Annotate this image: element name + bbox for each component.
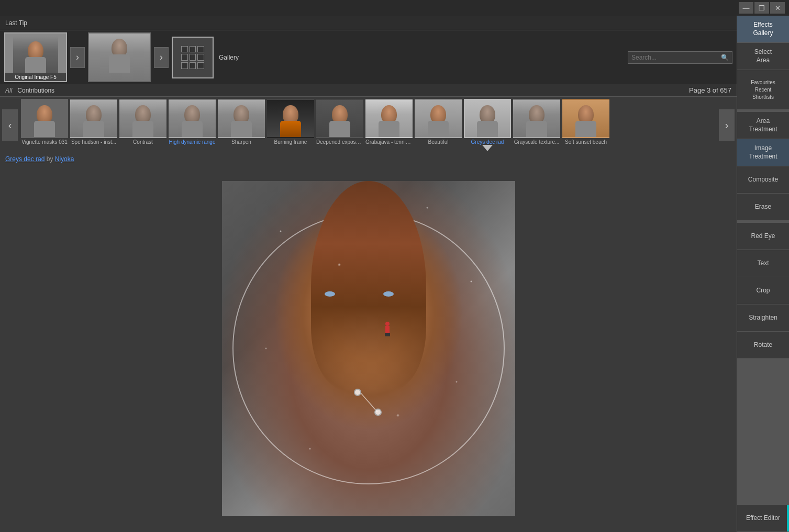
main-layout: Last Tip Original Image F5 › ›	[0, 16, 789, 532]
list-item[interactable]: Spe hudson - inst...	[70, 99, 117, 145]
select-area-label: SelectArea	[754, 48, 772, 64]
crop-label: Crop	[756, 287, 770, 295]
thumb-image	[119, 99, 166, 138]
thumb-label: Burning frame	[274, 139, 307, 145]
composite-label: Composite	[748, 176, 778, 184]
gallery-label: Gallery	[219, 54, 239, 61]
rotate-label: Rotate	[754, 341, 772, 349]
list-item[interactable]: Burning frame	[267, 99, 314, 145]
thumb-image	[464, 99, 511, 138]
effect-link[interactable]: Greys dec rad	[5, 155, 45, 163]
thumb-image	[365, 99, 413, 138]
active-indicator	[482, 145, 493, 151]
list-item[interactable]: Greys dec rad	[464, 99, 511, 151]
right-sidebar: EffectsGallery SelectArea FavouritesRece…	[737, 16, 789, 532]
close-button[interactable]: ✕	[770, 2, 785, 14]
topbar: Last Tip	[0, 16, 737, 30]
by-label: by	[47, 155, 53, 163]
area-treatment-label: AreaTreatment	[749, 117, 777, 133]
thumb-label: Beautiful	[428, 139, 449, 145]
image-area	[0, 165, 737, 532]
thumb-label: Spe hudson - inst...	[71, 139, 116, 145]
gallery-label-area: Gallery	[219, 54, 239, 61]
content-area: Last Tip Original Image F5 › ›	[0, 16, 737, 532]
red-eye-label: Red Eye	[751, 232, 775, 241]
credit-line: Greys dec rad by Niyoka	[0, 153, 737, 165]
thumb-nav-left[interactable]: ‹	[2, 109, 18, 141]
list-item[interactable]: Grayscale texture...	[513, 99, 560, 145]
sidebar-favourites[interactable]: FavouritesRecentShortlists	[737, 70, 789, 110]
titlebar: — ❐ ✕	[0, 0, 789, 16]
thumb-label: Vignette masks 031	[21, 139, 68, 145]
gallery-grid-thumb[interactable]	[172, 37, 214, 78]
thumb-image	[562, 99, 609, 138]
figure-head	[385, 322, 390, 326]
thumb-label: Soft sunset beach	[565, 139, 607, 145]
thumb-label: Sharpen	[231, 139, 251, 145]
gallery-arrow-right-1[interactable]: ›	[70, 47, 85, 68]
sidebar-text[interactable]: Text	[737, 250, 789, 277]
effect-editor-label: Effect Editor	[746, 514, 780, 523]
list-item[interactable]: High dynamic range	[169, 99, 216, 145]
gallery-area: Original Image F5 › › Gallery	[0, 30, 737, 84]
sidebar-erase[interactable]: Erase	[737, 194, 789, 221]
list-item[interactable]: Soft sunset beach	[562, 99, 609, 145]
thumb-label: Grabajava - tennis...	[365, 139, 413, 145]
sidebar-area-treatment[interactable]: AreaTreatment	[737, 112, 789, 139]
gallery-thumb-2[interactable]	[88, 32, 151, 82]
cyan-accent-bar	[787, 505, 789, 531]
sidebar-image-treatment[interactable]: ImageTreatment	[737, 139, 789, 166]
favourites-label: FavouritesRecentShortlists	[751, 79, 775, 101]
thumb-label: Greys dec rad	[471, 139, 504, 145]
gallery-arrow-right-2[interactable]: ›	[154, 47, 169, 68]
search-icon[interactable]: 🔍	[721, 54, 729, 61]
straighten-label: Straighten	[749, 314, 777, 322]
author-link[interactable]: Niyoka	[55, 155, 74, 163]
erase-label: Erase	[755, 203, 771, 211]
main-image	[222, 181, 515, 516]
sidebar-effects-gallery[interactable]: EffectsGallery	[737, 16, 789, 43]
sidebar-rotate[interactable]: Rotate	[737, 332, 789, 359]
maximize-button[interactable]: ❐	[754, 2, 769, 14]
list-item[interactable]: Contrast	[119, 99, 166, 145]
original-image-thumb[interactable]: Original Image F5	[4, 32, 67, 82]
thumb-label: Contrast	[133, 139, 153, 145]
sidebar-red-eye[interactable]: Red Eye	[737, 223, 789, 250]
search-input[interactable]	[631, 54, 721, 61]
thumb-image	[21, 99, 68, 138]
thumb-label: Grayscale texture...	[514, 139, 560, 145]
list-item[interactable]: Deepened exposure	[316, 99, 363, 145]
sidebar-crop[interactable]: Crop	[737, 277, 789, 304]
thumb-label: Deepened exposure	[316, 139, 363, 145]
thumb-label: High dynamic range	[169, 139, 216, 145]
filter-area: All Contributions Page 3 of 657	[0, 84, 737, 97]
thumb-image	[70, 99, 117, 138]
text-label: Text	[757, 259, 769, 268]
thumbnail-row: ‹ Vignette masks 031 Spe hudson - inst..…	[0, 97, 737, 153]
thumb-image	[415, 99, 462, 138]
thumb-image	[513, 99, 560, 138]
thumb-image	[169, 99, 216, 138]
list-item[interactable]: Grabajava - tennis...	[365, 99, 413, 145]
minimize-button[interactable]: —	[739, 2, 753, 14]
list-item[interactable]: Sharpen	[218, 99, 265, 145]
effects-gallery-label: EffectsGallery	[753, 21, 773, 37]
grid-icon	[181, 46, 204, 69]
figure-body	[385, 326, 390, 333]
main-image-container	[222, 181, 515, 516]
sidebar-effect-editor[interactable]: Effect Editor	[737, 505, 789, 532]
sidebar-straighten[interactable]: Straighten	[737, 304, 789, 332]
list-item[interactable]: Vignette masks 031	[21, 99, 68, 145]
snow-overlay	[222, 181, 515, 516]
last-tip-label: Last Tip	[5, 19, 27, 27]
small-figure	[383, 322, 392, 336]
thumb-nav-right[interactable]: ›	[719, 109, 735, 141]
control-point-2[interactable]	[374, 409, 382, 416]
search-box: 🔍	[628, 51, 732, 64]
sidebar-select-area[interactable]: SelectArea	[737, 43, 789, 70]
list-item[interactable]: Beautiful	[415, 99, 462, 145]
sidebar-composite[interactable]: Composite	[737, 166, 789, 194]
figure-legs	[385, 333, 390, 336]
thumb-image	[316, 99, 363, 138]
control-point-1[interactable]	[354, 389, 361, 396]
